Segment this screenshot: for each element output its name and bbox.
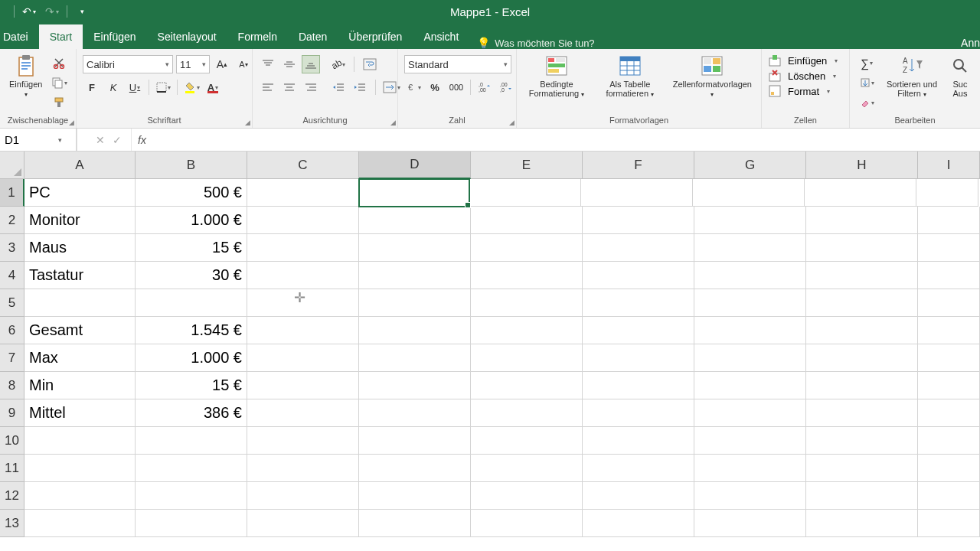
cell-B8[interactable]: 15 € [136,372,247,399]
column-header-B[interactable]: B [136,152,247,179]
clear-button[interactable]: ▾ [856,93,877,112]
cell-A6[interactable]: Gesamt [24,317,136,344]
cell-B1[interactable]: 500 € [136,179,247,207]
cell-G12[interactable] [694,482,806,510]
row-header-5[interactable]: 5 [0,289,24,317]
align-middle-button[interactable] [280,55,299,73]
column-header-D[interactable]: D [359,152,471,179]
cell-B7[interactable]: 1.000 € [136,344,247,372]
cell-D3[interactable] [359,234,471,262]
cell-E7[interactable] [471,344,583,372]
cell-C1[interactable] [247,179,359,207]
cell-F3[interactable] [583,234,694,262]
cell-C7[interactable] [247,344,359,372]
name-box-input[interactable] [0,133,54,146]
format-cells-button[interactable]: Format▾ [768,84,830,98]
tab-einfuegen[interactable]: Einfügen [83,24,146,49]
cell-H12[interactable] [806,482,918,510]
cell-C8[interactable] [247,372,359,399]
cell-B4[interactable]: 30 € [136,262,247,289]
cell-G9[interactable] [694,399,806,427]
decrease-decimal-button[interactable]: ,00,0 [497,78,515,96]
increase-decimal-button[interactable]: ,0,00 [475,78,494,96]
cell-G8[interactable] [694,372,806,399]
cell-G7[interactable] [694,344,806,372]
cell-F11[interactable] [583,455,694,482]
cell-E10[interactable] [471,427,583,455]
cell-H3[interactable] [806,234,918,262]
cell-D10[interactable] [359,427,471,455]
tab-ueberpruefen[interactable]: Überprüfen [338,24,413,49]
cell-E12[interactable] [471,482,583,510]
underline-button[interactable]: U▾ [126,78,144,96]
insert-cells-button[interactable]: Einfügen▾ [768,54,838,67]
fill-color-button[interactable]: ▾ [182,78,201,96]
cell-F8[interactable] [583,372,694,399]
cell-D13[interactable] [359,510,471,537]
cell-E13[interactable] [471,510,583,537]
clipboard-launcher[interactable]: ◢ [69,119,74,126]
increase-indent-button[interactable] [351,78,369,96]
cell-H5[interactable] [806,289,918,317]
cell-C9[interactable] [247,399,359,427]
cell-F6[interactable] [583,317,694,344]
cell-I11[interactable] [918,455,980,482]
delete-cells-button[interactable]: Löschen▾ [768,69,836,83]
cell-A7[interactable]: Max [24,344,136,372]
cell-E5[interactable] [471,289,583,317]
row-header-6[interactable]: 6 [0,317,24,344]
cell-A2[interactable]: Monitor [24,207,136,234]
cell-A13[interactable] [24,510,136,537]
cell-I13[interactable] [918,510,980,537]
font-name-combo[interactable]: Calibri▾ [83,55,173,73]
cell-B5[interactable] [136,289,247,317]
tab-formeln[interactable]: Formeln [227,24,288,49]
select-all-corner[interactable] [0,152,24,179]
number-launcher[interactable]: ◢ [509,119,514,126]
cell-D4[interactable] [359,262,471,289]
cell-E8[interactable] [471,372,583,399]
cell-F12[interactable] [583,482,694,510]
cell-A3[interactable]: Maus [24,234,136,262]
cell-C11[interactable] [247,455,359,482]
cell-I2[interactable] [918,207,980,234]
column-header-C[interactable]: C [247,152,359,179]
cell-I6[interactable] [918,317,980,344]
cell-I1[interactable] [916,179,978,207]
align-bottom-button[interactable] [302,55,320,73]
font-launcher[interactable]: ◢ [245,119,250,126]
cell-H4[interactable] [806,262,918,289]
name-box[interactable]: ▾ [0,129,77,151]
cell-I9[interactable] [918,399,980,427]
cell-E1[interactable] [469,179,581,207]
redo-button[interactable]: ↷▾ [44,3,60,20]
bold-button[interactable]: F [83,78,101,96]
cell-G10[interactable] [694,427,806,455]
cell-B12[interactable] [136,482,247,510]
tab-daten[interactable]: Daten [288,24,338,49]
undo-button[interactable]: ↶▾ [21,3,38,20]
align-right-button[interactable] [302,78,320,96]
column-header-A[interactable]: A [24,152,136,179]
column-header-I[interactable]: I [918,152,980,179]
fx-icon[interactable]: fx [132,129,152,151]
cell-G5[interactable] [694,289,806,317]
cell-F5[interactable] [583,289,694,317]
decrease-font-button[interactable]: A▾ [234,55,253,73]
cell-F2[interactable] [583,207,694,234]
align-center-button[interactable] [280,78,299,96]
cell-F13[interactable] [583,510,694,537]
cell-B10[interactable] [136,427,247,455]
tell-me-search[interactable]: 💡 Was möchten Sie tun? [477,37,594,49]
cell-E4[interactable] [471,262,583,289]
cancel-formula-button[interactable]: ✕ [96,134,105,146]
row-header-8[interactable]: 8 [0,372,24,399]
cell-G4[interactable] [694,262,806,289]
find-select-button[interactable]: Suc Aus [946,52,974,99]
cell-D7[interactable] [359,344,471,372]
cell-E2[interactable] [471,207,583,234]
cell-H13[interactable] [806,510,918,537]
cell-F1[interactable] [581,179,693,207]
cut-button[interactable] [50,54,68,72]
percent-button[interactable]: % [426,78,444,96]
